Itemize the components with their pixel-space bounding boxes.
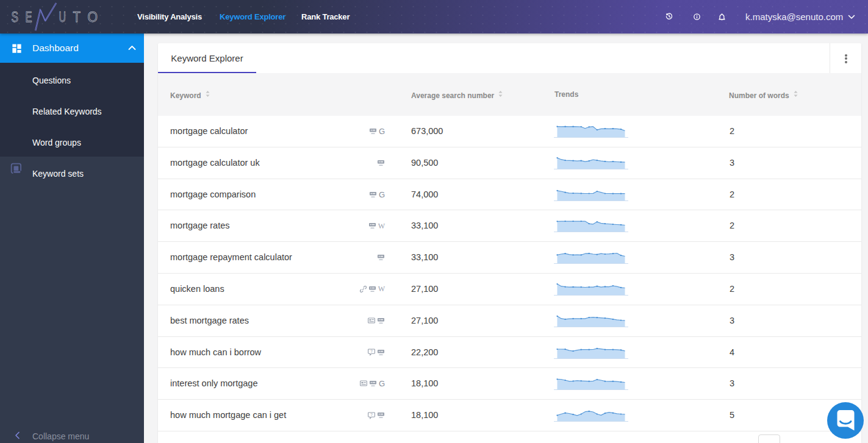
svg-text:S: S: [12, 9, 19, 25]
svg-text:O: O: [88, 9, 98, 25]
svg-text:T: T: [73, 9, 81, 25]
svg-text:?: ?: [370, 349, 373, 353]
svg-text:?: ?: [370, 412, 373, 416]
svg-text:U: U: [59, 9, 66, 25]
svg-text:E: E: [26, 9, 32, 25]
